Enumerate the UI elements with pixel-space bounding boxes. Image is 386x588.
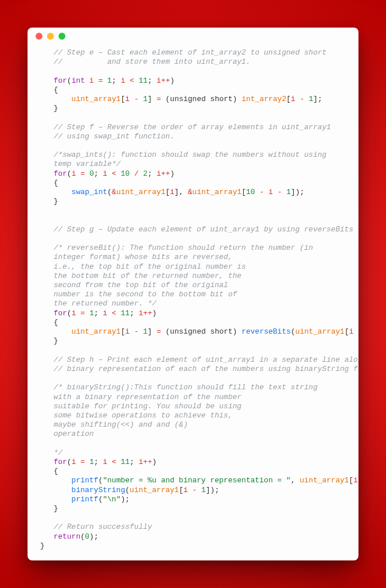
minimize-icon[interactable] [47, 33, 54, 40]
titlebar [28, 28, 358, 45]
code-window: // Step e – Cast each element of int_arr… [28, 28, 358, 560]
comment: // Step e – Cast each element of int_arr… [53, 48, 326, 57]
close-icon[interactable] [36, 33, 42, 40]
zoom-icon[interactable] [59, 33, 65, 40]
code-block: // Step e – Cast each element of int_arr… [28, 45, 358, 560]
comment: // and store them into uint_array1. [53, 57, 250, 66]
kw-for: for [53, 76, 67, 85]
